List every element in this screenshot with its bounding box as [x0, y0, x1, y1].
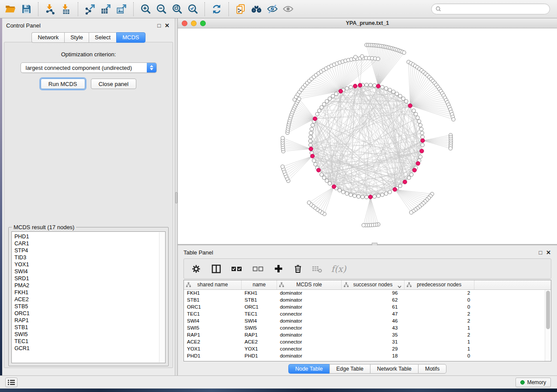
column-header-name[interactable]: name: [242, 280, 277, 289]
table-cell[interactable]: SWI5: [242, 324, 277, 331]
table-cell[interactable]: SWI4: [184, 317, 242, 324]
table-cell[interactable]: 29: [342, 345, 405, 352]
float-table-panel-button[interactable]: □: [539, 250, 542, 255]
create-column-button[interactable]: [274, 262, 283, 275]
table-row[interactable]: STB1STB1dominator620: [184, 296, 551, 303]
table-row[interactable]: PHD1PHD1dominator180: [184, 352, 551, 359]
table-cell[interactable]: PHD1: [184, 352, 242, 359]
tab-motifs[interactable]: Motifs: [418, 364, 446, 374]
table-cell[interactable]: dominator: [277, 296, 342, 303]
mcds-result-item[interactable]: STB5: [14, 303, 165, 310]
table-cell[interactable]: FKH1: [242, 289, 277, 296]
mcds-result-item[interactable]: SWI5: [14, 331, 165, 338]
column-header-predecessor-nodes[interactable]: predecessor nodes: [404, 280, 474, 289]
tab-node-table[interactable]: Node Table: [288, 364, 329, 374]
table-cell[interactable]: 43: [342, 324, 405, 331]
unselect-all-columns-button[interactable]: [253, 262, 264, 275]
tab-mcds[interactable]: MCDS: [116, 32, 145, 43]
table-cell[interactable]: YOX1: [242, 345, 277, 352]
mcds-result-item[interactable]: YOX1: [14, 261, 165, 268]
mcds-result-item[interactable]: TEC1: [14, 338, 165, 345]
function-builder-button[interactable]: f(x): [331, 262, 346, 275]
export-table-button[interactable]: [98, 2, 114, 17]
table-cell[interactable]: 31: [342, 338, 405, 345]
table-scrollbar-thumb[interactable]: [546, 291, 550, 329]
table-row[interactable]: SWI4SWI4dominator462: [184, 317, 551, 324]
mcds-result-item[interactable]: RAP1: [14, 317, 165, 324]
mcds-result-item[interactable]: STP4: [14, 247, 165, 254]
minimize-window-button[interactable]: [191, 21, 197, 26]
mcds-result-item[interactable]: TID3: [14, 254, 165, 261]
maximize-window-button[interactable]: [200, 21, 206, 26]
mcds-result-item[interactable]: FKH1: [14, 289, 165, 296]
search-network-button[interactable]: [249, 2, 264, 17]
table-cell[interactable]: ORC1: [184, 303, 242, 310]
import-network-button[interactable]: [42, 2, 58, 17]
tab-network-table[interactable]: Network Table: [370, 364, 418, 374]
table-cell[interactable]: SWI5: [184, 324, 242, 331]
table-cell[interactable]: 0: [404, 296, 474, 303]
table-cell[interactable]: 2: [404, 317, 474, 324]
close-table-panel-button[interactable]: ✕: [546, 250, 551, 255]
table-cell[interactable]: STB1: [242, 296, 277, 303]
column-header-successor-nodes[interactable]: successor nodes: [342, 280, 405, 289]
table-cell[interactable]: FKH1: [184, 289, 242, 296]
run-mcds-button[interactable]: Run MCDS: [41, 79, 85, 89]
memory-button[interactable]: Memory: [515, 378, 551, 387]
close-window-button[interactable]: [182, 21, 187, 26]
table-cell[interactable]: 18: [342, 352, 405, 359]
table-cell[interactable]: 1: [404, 345, 474, 352]
node-table[interactable]: shared namenameMCDS rolesuccessor nodesp…: [183, 280, 551, 361]
mcds-result-item[interactable]: GCR1: [14, 345, 165, 352]
mcds-result-item[interactable]: PMA2: [14, 282, 165, 289]
table-cell[interactable]: dominator: [277, 352, 342, 359]
mcds-result-item[interactable]: ORC1: [14, 310, 165, 317]
search-input[interactable]: [443, 6, 546, 12]
table-cell[interactable]: 1: [404, 338, 474, 345]
tab-edge-table[interactable]: Edge Table: [329, 364, 370, 374]
table-cell[interactable]: 0: [404, 303, 474, 310]
mcds-result-item[interactable]: SRD1: [14, 275, 165, 282]
table-cell[interactable]: ACE2: [184, 338, 242, 345]
vertical-splitter[interactable]: [175, 18, 178, 375]
table-cell[interactable]: TEC1: [242, 310, 277, 317]
table-cell[interactable]: TEC1: [184, 310, 242, 317]
table-cell[interactable]: YOX1: [184, 345, 242, 352]
close-panel-icon-button[interactable]: ✕: [165, 23, 170, 28]
float-panel-button[interactable]: □: [157, 23, 161, 28]
save-session-button[interactable]: [18, 2, 34, 17]
table-cell[interactable]: dominator: [277, 317, 342, 324]
export-network-button[interactable]: [82, 2, 98, 17]
tab-select[interactable]: Select: [89, 32, 116, 43]
table-row[interactable]: RAP1RAP1dominator352: [184, 331, 551, 338]
search-box[interactable]: [431, 3, 550, 14]
network-window-titlebar[interactable]: YPA_prune.txt_1: [178, 18, 557, 28]
zoom-in-button[interactable]: [138, 2, 153, 17]
mcds-result-list[interactable]: PHD1CAR1STP4TID3YOX1SWI4SRD1PMA2FKH1ACE2…: [11, 231, 166, 363]
table-row[interactable]: TEC1TEC1connector472: [184, 310, 551, 317]
zoom-out-button[interactable]: [153, 2, 169, 17]
table-cell[interactable]: dominator: [277, 303, 342, 310]
mcds-result-item[interactable]: SWI4: [14, 268, 165, 275]
table-scrollbar[interactable]: [545, 290, 551, 361]
table-cell[interactable]: 61: [342, 303, 405, 310]
table-row[interactable]: SWI5SWI5connector431: [184, 324, 551, 331]
delete-table-button[interactable]: [312, 262, 322, 275]
table-cell[interactable]: PHD1: [242, 352, 277, 359]
table-cell[interactable]: dominator: [277, 331, 342, 338]
table-cell[interactable]: ACE2: [242, 338, 277, 345]
table-row[interactable]: ORC1ORC1dominator610: [184, 303, 551, 310]
refresh-button[interactable]: [209, 2, 225, 17]
clone-network-button[interactable]: [233, 2, 249, 17]
hide-selected-button[interactable]: [264, 2, 280, 17]
tab-network[interactable]: Network: [31, 32, 64, 43]
tab-style[interactable]: Style: [64, 32, 89, 43]
table-cell[interactable]: 1: [404, 324, 474, 331]
delete-column-button[interactable]: [293, 262, 303, 275]
import-table-button[interactable]: [58, 2, 74, 17]
task-history-button[interactable]: [5, 378, 17, 387]
show-column-panel-button[interactable]: [211, 262, 221, 275]
table-cell[interactable]: SWI4: [242, 317, 277, 324]
list-scrollbar[interactable]: [159, 232, 165, 362]
table-cell[interactable]: connector: [277, 338, 342, 345]
